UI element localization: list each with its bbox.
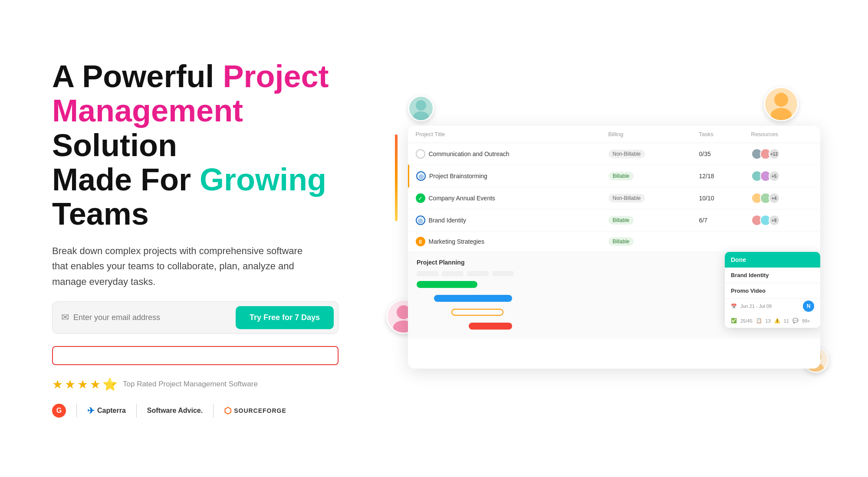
billing-cell: Non-Billable <box>602 187 692 209</box>
stat-msg-icon: 💬 <box>792 318 799 323</box>
row-icon-orange: ⏸ <box>416 237 425 246</box>
resources-cell: +12 <box>744 143 821 165</box>
avatar-count: +5 <box>769 170 780 182</box>
table-row[interactable]: Communication and Outreach Non-Billable … <box>409 143 821 165</box>
billing-badge: Billable <box>608 172 634 180</box>
billing-cell: Billable <box>602 165 692 187</box>
stat-count1: 13 <box>766 318 771 323</box>
avatar-stack: +5 <box>751 170 814 182</box>
popup-card: Done Brand Identity Promo Video 📅 Jun 21… <box>725 252 820 328</box>
headline: A Powerful Project Management Solution M… <box>52 59 356 231</box>
headline-highlight2: Growing <box>200 162 326 197</box>
stat-count2: 11 <box>784 318 789 323</box>
stat-count3: 99+ <box>802 318 810 323</box>
stat-alert-icon: ⚠️ <box>774 318 780 323</box>
error-box <box>52 346 339 365</box>
task-count: 6/7 <box>699 217 707 224</box>
star-3: ★ <box>77 377 88 392</box>
svg-point-0 <box>416 100 426 111</box>
headline-part2b: Solution <box>52 128 177 163</box>
calendar-icon: 📅 <box>731 304 737 309</box>
svg-point-3 <box>771 108 792 120</box>
billing-badge: Non-Billable <box>608 194 645 203</box>
date-range: Jun 21 - Jul 09 <box>740 304 772 309</box>
resources-cell: +5 <box>744 165 821 187</box>
star-4: ★ <box>90 377 101 392</box>
billing-cell: Billable <box>602 232 692 252</box>
project-name-cell: ◎ Project Brainstorming <box>409 165 602 187</box>
accent-bar <box>395 134 398 221</box>
sourceforge-logo: ⬡ SOURCEFORGE <box>214 405 297 416</box>
project-name: Company Annual Events <box>429 195 495 202</box>
table-row[interactable]: ✓ Company Annual Events Non-Billable 10/… <box>409 187 821 209</box>
task-count: 0/35 <box>699 150 710 157</box>
tasks-cell: 10/10 <box>692 187 744 209</box>
email-input[interactable] <box>73 313 231 322</box>
gantt-bar-red <box>469 323 512 330</box>
row-icon-blue: ◎ <box>416 216 425 225</box>
resources-cell <box>744 232 821 252</box>
email-icon: ✉ <box>61 312 69 323</box>
project-name: Brand Identity <box>429 217 466 224</box>
project-name-cell: ✓ Company Annual Events <box>409 187 602 209</box>
headline-part1: A Powerful <box>52 59 223 94</box>
project-name-cell: Communication and Outreach <box>409 143 602 165</box>
billing-badge: Billable <box>608 237 634 246</box>
row-icon-blue: ◎ <box>416 171 426 181</box>
subtext: Break down complex projects with compreh… <box>52 243 312 289</box>
headline-part2: Management <box>52 93 243 128</box>
softwareadvice-logo: Software Advice. <box>137 407 213 415</box>
stat-list-icon: 📋 <box>756 318 762 323</box>
col-billing: Billing <box>602 126 692 143</box>
logos-row: G ✈ Capterra Software Advice. ⬡ SOURCEFO… <box>52 404 356 418</box>
row-icon-green: ✓ <box>416 193 425 203</box>
task-count: 12/18 <box>699 173 714 180</box>
billing-badge: Non-Billable <box>608 150 645 158</box>
bottom-section: Project Planning <box>408 252 820 339</box>
avatar-count: +9 <box>769 215 780 226</box>
col-project-title: Project Title <box>409 126 602 143</box>
right-column: Project Title Billing Tasks Resources Co… <box>382 108 833 369</box>
popup-stats: ✅ 25/45 📋 13 ⚠️ 11 💬 99+ <box>725 315 820 328</box>
table-row[interactable]: ◎ Brand Identity Billable 6/7 +9 <box>409 209 821 232</box>
gantt-bar-green <box>417 281 477 288</box>
ratings-label: Top Rated Project Management Software <box>123 380 258 389</box>
dashboard-card: Project Title Billing Tasks Resources Co… <box>408 126 820 369</box>
table-row[interactable]: ⏸ Marketing Strategies Billable <box>409 232 821 252</box>
cta-button[interactable]: Try Free for 7 Days <box>236 306 334 329</box>
capterra-label: Capterra <box>97 407 126 415</box>
headline-part4: Teams <box>52 196 149 231</box>
sourceforge-icon: ⬡ <box>224 405 231 416</box>
project-name: Project Brainstorming <box>429 173 487 180</box>
popup-header: Done <box>725 252 820 268</box>
sourceforge-label: SOURCEFORGE <box>234 407 286 414</box>
star-2: ★ <box>65 377 76 392</box>
avatar-stack: +4 <box>751 193 814 204</box>
capterra-icon: ✈ <box>87 405 95 416</box>
star-5: ⭐ <box>102 377 118 392</box>
project-name-cell: ◎ Brand Identity <box>409 209 602 232</box>
billing-cell: Non-Billable <box>602 143 692 165</box>
table-header-row: Project Title Billing Tasks Resources <box>409 126 821 143</box>
headline-highlight1: Project <box>223 59 329 94</box>
avatar-stack: +9 <box>751 215 814 226</box>
gantt-bar-blue <box>434 295 512 302</box>
avatar-count: +12 <box>769 148 780 160</box>
left-column: A Powerful Project Management Solution M… <box>52 59 356 418</box>
table-row[interactable]: ◎ Project Brainstorming Billable 12/18 +… <box>409 165 821 187</box>
gantt-bar-orange <box>451 309 503 316</box>
headline-part3: Made For <box>52 162 200 197</box>
row-icon-empty <box>416 149 425 159</box>
g2-logo: G <box>52 404 76 418</box>
project-name: Communication and Outreach <box>429 150 510 157</box>
resources-cell: +4 <box>744 187 821 209</box>
float-avatar-2 <box>764 87 799 121</box>
billing-cell: Billable <box>602 209 692 232</box>
popup-item-1: Brand Identity <box>725 268 820 283</box>
softwareadvice-label: Software Advice. <box>147 407 203 415</box>
popup-date: 📅 Jun 21 - Jul 09 N <box>725 299 820 315</box>
project-table: Project Title Billing Tasks Resources Co… <box>408 126 820 252</box>
project-name: Marketing Strategies <box>429 238 484 245</box>
col-tasks: Tasks <box>692 126 744 143</box>
resources-cell: +9 <box>744 209 821 232</box>
